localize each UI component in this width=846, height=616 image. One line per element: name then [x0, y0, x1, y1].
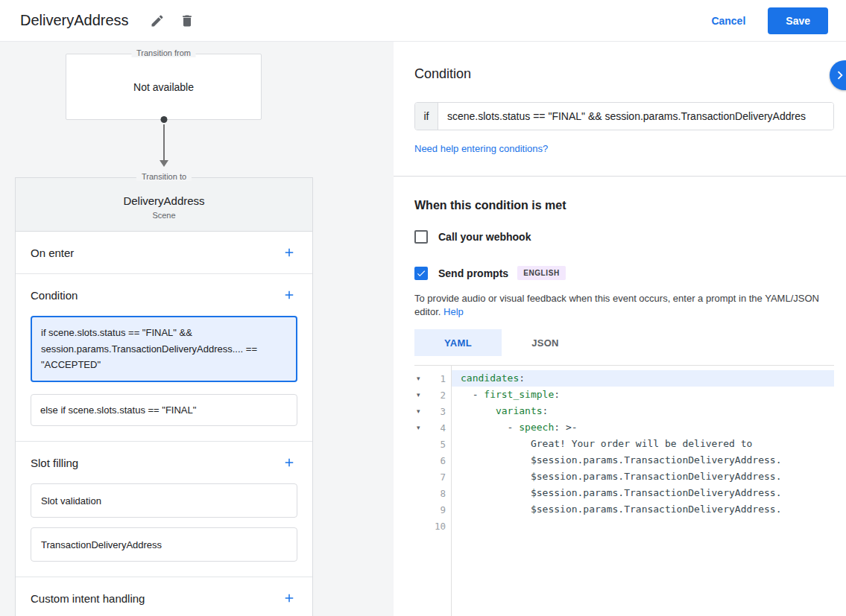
- fold-icon[interactable]: ▾: [414, 375, 429, 382]
- condition-items: if scene.slots.status == "FINAL" && sess…: [16, 316, 312, 441]
- slot-items: Slot validationTransactionDeliveryAddres…: [16, 483, 312, 577]
- transition-to-label: Transition to: [136, 172, 192, 181]
- app-window: DeliveryAddress Cancel Save Transition f…: [0, 0, 846, 616]
- scene-name: DeliveryAddress: [16, 194, 312, 207]
- prompt-description: To provide audio or visual feedback when…: [414, 292, 824, 319]
- send-prompts-checkbox[interactable]: [414, 267, 428, 280]
- help-link[interactable]: Help: [443, 306, 464, 317]
- plus-icon: [282, 246, 296, 259]
- line-number: 4: [429, 422, 451, 434]
- condition-heading: Condition: [414, 66, 846, 82]
- add-slot-filling-button[interactable]: [281, 454, 297, 471]
- code-line[interactable]: [452, 518, 834, 534]
- connector-dot: [160, 116, 167, 123]
- code-line[interactable]: $session.params.TransactionDeliveryAddre…: [452, 485, 834, 501]
- code-line[interactable]: $session.params.TransactionDeliveryAddre…: [452, 452, 834, 469]
- condition-expression-row: if: [414, 102, 834, 130]
- fold-icon[interactable]: ▾: [414, 408, 429, 415]
- tab-json[interactable]: JSON: [502, 329, 589, 356]
- line-number: 1: [429, 373, 451, 384]
- code-line[interactable]: Great! Your order will be delivered to: [452, 436, 834, 452]
- line-number: 10: [429, 521, 451, 532]
- code-line[interactable]: candidates:: [452, 370, 834, 387]
- webhook-checkbox[interactable]: [414, 230, 428, 244]
- delete-scene-button[interactable]: [175, 9, 199, 33]
- cancel-button[interactable]: Cancel: [711, 15, 745, 27]
- code-line[interactable]: variants:: [452, 403, 834, 419]
- line-number: 3: [429, 406, 451, 417]
- editor-gutter: ▾1▾2▾3▾45678910: [414, 366, 452, 616]
- scene-type: Scene: [16, 211, 312, 220]
- transition-from-value: Not available: [133, 81, 194, 93]
- language-badge: ENGLISH: [517, 266, 566, 280]
- line-number: 7: [429, 471, 451, 483]
- trash-icon: [180, 13, 195, 28]
- section-label-condition: Condition: [31, 289, 78, 302]
- slot-item[interactable]: Slot validation: [31, 483, 297, 518]
- add-custom-intent-button[interactable]: [281, 590, 297, 606]
- fold-icon[interactable]: ▾: [414, 392, 429, 399]
- section-label-custom-intent: Custom intent handling: [31, 592, 145, 605]
- flow-arrow-icon: [0, 124, 394, 167]
- transition-from-box[interactable]: Transition from Not available: [66, 54, 262, 120]
- section-label-on-enter: On enter: [31, 247, 74, 259]
- line-number: 2: [429, 390, 451, 401]
- plus-icon: [282, 288, 296, 302]
- section-slot-filling: Slot filling Slot validationTransactionD…: [16, 442, 312, 577]
- editor-tabs: YAMLJSON: [414, 329, 846, 356]
- plus-icon: [282, 456, 296, 469]
- main-body: Transition from Not available Transition…: [0, 42, 846, 616]
- transition-from-label: Transition from: [131, 48, 196, 57]
- condition-expression-input[interactable]: [438, 103, 833, 130]
- slot-item[interactable]: TransactionDeliveryAddress: [31, 527, 297, 562]
- code-line[interactable]: $session.params.TransactionDeliveryAddre…: [452, 469, 834, 485]
- if-label: if: [415, 103, 438, 130]
- section-divider: [394, 176, 846, 177]
- condition-item[interactable]: else if scene.slots.status == "FINAL": [31, 394, 297, 427]
- section-custom-intent: Custom intent handling: [16, 577, 312, 616]
- section-label-slot-filling: Slot filling: [31, 457, 78, 469]
- code-line[interactable]: - first_simple:: [452, 387, 834, 403]
- line-number: 6: [429, 455, 451, 466]
- line-number: 9: [429, 504, 451, 515]
- webhook-label: Call your webhook: [438, 231, 531, 243]
- line-number: 5: [429, 439, 451, 450]
- check-icon: [416, 268, 426, 279]
- yaml-editor[interactable]: ▾1▾2▾3▾45678910 candidates: - first_simp…: [414, 365, 834, 616]
- scene-flow-panel: Transition from Not available Transition…: [0, 42, 394, 616]
- webhook-checkbox-row[interactable]: Call your webhook: [414, 230, 846, 244]
- topbar: DeliveryAddress Cancel Save: [0, 0, 846, 42]
- line-number: 8: [429, 488, 451, 499]
- page-title: DeliveryAddress: [20, 12, 129, 29]
- condition-help-link[interactable]: Need help entering conditions?: [414, 143, 548, 154]
- scene-card: Transition to DeliveryAddress Scene On e…: [15, 177, 313, 616]
- send-prompts-checkbox-row[interactable]: Send prompts ENGLISH: [414, 266, 846, 280]
- condition-detail-panel: Condition if Need help entering conditio…: [394, 42, 846, 616]
- plus-icon: [282, 591, 296, 605]
- add-on-enter-button[interactable]: [281, 244, 297, 261]
- section-condition: Condition if scene.slots.status == "FINA…: [16, 274, 312, 442]
- add-condition-button[interactable]: [281, 287, 297, 303]
- tab-yaml[interactable]: YAML: [414, 329, 502, 356]
- chevron-right-icon: [832, 67, 846, 83]
- edit-title-button[interactable]: [145, 9, 169, 33]
- scene-card-header[interactable]: DeliveryAddress Scene: [16, 178, 312, 232]
- code-line[interactable]: - speech: >-: [452, 419, 834, 436]
- when-condition-heading: When this condition is met: [414, 199, 846, 212]
- condition-item[interactable]: if scene.slots.status == "FINAL" && sess…: [31, 316, 297, 382]
- send-prompts-label: Send prompts: [438, 267, 508, 279]
- save-button[interactable]: Save: [768, 7, 828, 34]
- collapse-panel-button[interactable]: [830, 60, 846, 90]
- prompt-description-text: To provide audio or visual feedback when…: [414, 293, 819, 317]
- section-on-enter: On enter: [16, 232, 312, 274]
- pencil-icon: [150, 13, 165, 28]
- fold-icon[interactable]: ▾: [414, 425, 429, 431]
- code-line[interactable]: $session.params.TransactionDeliveryAddre…: [452, 501, 834, 518]
- editor-code: candidates: - first_simple: variants: - …: [452, 366, 834, 616]
